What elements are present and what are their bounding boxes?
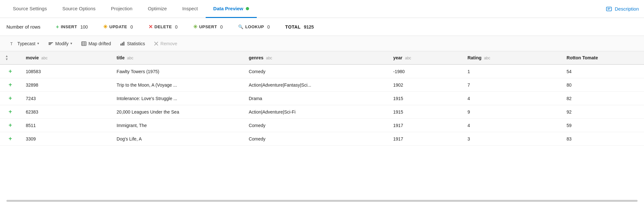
svg-rect-2 [49, 42, 53, 43]
col-year-label: year [393, 55, 403, 60]
cell-rotton-tomato: 59 [561, 119, 644, 132]
stat-update: ✳ UPDATE 0 [103, 24, 133, 30]
cell-genres: Action|Adventure|Sci-Fi [244, 105, 388, 119]
cell-genres: Action|Adventure|Fantasy|Sci... [244, 78, 388, 92]
toolbar: T Typecast ▾ Modify ▾ Map drifted Statis… [0, 36, 644, 51]
svg-rect-0 [606, 7, 612, 11]
cell-genres: Comedy [244, 64, 388, 78]
tab-source-options-label: Source Options [62, 6, 95, 11]
modify-chevron: ▾ [70, 41, 72, 46]
tab-projection-label: Projection [111, 6, 132, 11]
data-preview-active-dot [246, 7, 249, 10]
tab-data-preview[interactable]: Data Preview [206, 0, 257, 18]
cell-year: -1980 [388, 64, 462, 78]
statistics-button[interactable]: Statistics [116, 39, 149, 48]
row-add-icon[interactable]: + [9, 68, 12, 74]
tab-source-settings-label: Source Settings [13, 6, 47, 11]
table-row: + 8511 Immigrant, The Comedy 1917 4 59 [0, 119, 644, 132]
cell-genres: Comedy [244, 119, 388, 132]
typecast-chevron: ▾ [37, 41, 39, 46]
col-header-rating[interactable]: Rating abc [462, 51, 561, 64]
cell-rotton-tomato: 54 [561, 64, 644, 78]
col-movie-label: movie [26, 55, 39, 60]
row-add-icon[interactable]: + [9, 108, 12, 115]
col-header-year[interactable]: year abc [388, 51, 462, 64]
tab-inspect-label: Inspect [182, 6, 198, 11]
svg-text:T: T [10, 42, 13, 46]
top-nav: Source Settings Source Options Projectio… [0, 0, 644, 18]
data-table-container: ▲▼ movie abc title abc genres abc year a… [0, 51, 644, 199]
horizontal-scrollbar[interactable] [6, 200, 638, 202]
row-add-icon[interactable]: + [9, 135, 12, 142]
stat-total: TOTAL 9125 [285, 24, 314, 30]
svg-rect-8 [123, 42, 124, 46]
svg-rect-4 [49, 44, 51, 45]
tab-inspect[interactable]: Inspect [174, 0, 205, 18]
cell-title: Intolerance: Love's Struggle ... [112, 92, 244, 105]
delete-value: 0 [175, 24, 178, 30]
total-value: 9125 [304, 24, 314, 30]
col-header-rotton-tomato[interactable]: Rotton Tomate [561, 51, 644, 64]
rows-label: Number of rows [6, 24, 40, 30]
cell-rating: 7 [462, 78, 561, 92]
table-header-row: ▲▼ movie abc title abc genres abc year a… [0, 51, 644, 64]
upsert-label: UPSERT [199, 24, 217, 29]
row-add-icon[interactable]: + [9, 122, 12, 128]
col-title-type: abc [127, 56, 133, 60]
cell-year: 1917 [388, 119, 462, 132]
update-icon: ✳ [103, 24, 107, 30]
cell-year: 1917 [388, 132, 462, 146]
table-row: + 108583 Fawlty Towers (1975) Comedy -19… [0, 64, 644, 78]
col-header-sort[interactable]: ▲▼ [0, 51, 21, 64]
tab-projection[interactable]: Projection [103, 0, 140, 18]
delete-icon: ✕ [148, 24, 153, 30]
remove-button[interactable]: Remove [150, 39, 181, 48]
cell-rating: 9 [462, 105, 561, 119]
stat-upsert: ✳ UPSERT 0 [193, 24, 223, 30]
lookup-value: 0 [267, 24, 270, 30]
col-header-title[interactable]: title abc [112, 51, 244, 64]
stat-insert: + INSERT 100 [56, 24, 88, 30]
cell-genres: Drama [244, 92, 388, 105]
cell-movie: 108583 [21, 64, 112, 78]
col-header-genres[interactable]: genres abc [244, 51, 388, 64]
delete-label: DELETE [155, 24, 172, 29]
svg-rect-3 [49, 43, 52, 44]
typecast-label: Typecast [17, 41, 35, 46]
statistics-label: Statistics [127, 41, 145, 46]
tab-source-settings[interactable]: Source Settings [5, 0, 55, 18]
description-label: Description [615, 6, 639, 12]
cell-title: 20,000 Leagues Under the Sea [112, 105, 244, 119]
row-add-icon[interactable]: + [9, 81, 12, 88]
svg-rect-6 [121, 44, 121, 46]
typecast-button[interactable]: T Typecast ▾ [6, 39, 43, 48]
insert-label: INSERT [61, 24, 77, 29]
cell-movie: 62383 [21, 105, 112, 119]
row-add-cell[interactable]: + [0, 105, 21, 119]
typecast-icon: T [10, 41, 15, 46]
row-add-cell[interactable]: + [0, 64, 21, 78]
col-genres-type: abc [266, 56, 272, 60]
tab-source-options[interactable]: Source Options [55, 0, 103, 18]
row-add-cell[interactable]: + [0, 132, 21, 146]
row-add-cell[interactable]: + [0, 78, 21, 92]
modify-button[interactable]: Modify ▾ [44, 39, 76, 48]
cell-title: Fawlty Towers (1975) [112, 64, 244, 78]
col-rating-label: Rating [468, 55, 482, 60]
update-value: 0 [130, 24, 133, 30]
cell-year: 1915 [388, 105, 462, 119]
cell-title: Dog's Life, A [112, 132, 244, 146]
row-add-icon[interactable]: + [9, 95, 12, 101]
tab-optimize[interactable]: Optimize [140, 0, 174, 18]
map-drifted-button[interactable]: Map drifted [77, 39, 115, 48]
tab-data-preview-label: Data Preview [213, 6, 243, 11]
col-header-movie[interactable]: movie abc [21, 51, 112, 64]
col-genres-label: genres [249, 55, 264, 60]
row-add-cell[interactable]: + [0, 92, 21, 105]
tab-optimize-label: Optimize [148, 6, 167, 11]
col-movie-type: abc [41, 56, 48, 60]
description-button[interactable]: Description [606, 6, 639, 12]
stat-delete: ✕ DELETE 0 [148, 24, 178, 30]
table-body: + 108583 Fawlty Towers (1975) Comedy -19… [0, 64, 644, 146]
row-add-cell[interactable]: + [0, 119, 21, 132]
